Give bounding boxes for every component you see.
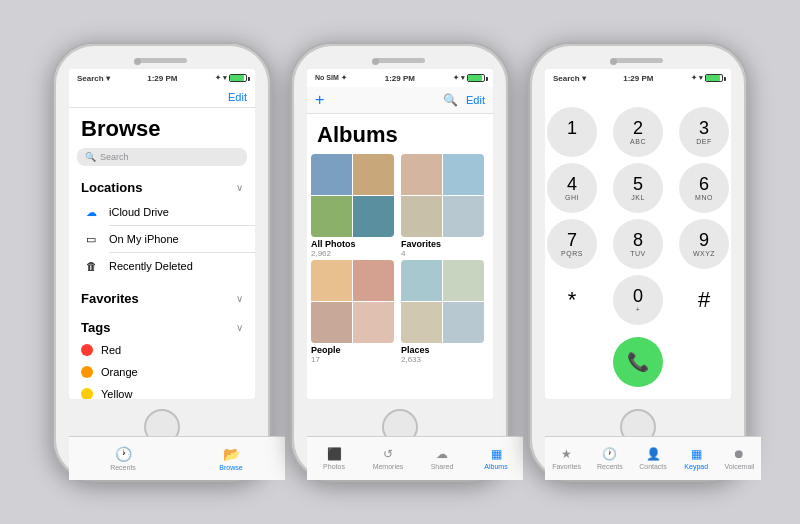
- locations-chevron[interactable]: ∨: [236, 182, 243, 193]
- recently-deleted-item[interactable]: 🗑 Recently Deleted: [69, 253, 255, 279]
- tag-orange[interactable]: Orange: [69, 361, 255, 383]
- camera-dot: [372, 58, 379, 65]
- album-all-photos[interactable]: All Photos 2,962: [311, 154, 399, 258]
- dial-letters-2: ABC: [630, 138, 646, 145]
- status-bar: No SIM ✦ 1:29 PM ✦ ▾: [307, 69, 493, 87]
- dial-row-4: * 0 + #: [547, 275, 729, 325]
- dial-letters-0: +: [636, 306, 641, 313]
- favorites-chevron[interactable]: ∨: [236, 293, 243, 304]
- search-bar[interactable]: 🔍 Search: [77, 148, 247, 166]
- favorites-count: 4: [401, 249, 489, 258]
- add-album-button[interactable]: +: [315, 91, 324, 109]
- albums-title: Albums: [307, 114, 493, 154]
- status-right: ✦ ▾: [215, 74, 247, 82]
- dial-button-9[interactable]: 9 WXYZ: [679, 219, 729, 269]
- dial-num-3: 3: [699, 119, 709, 139]
- phone-dialer: Search ▾ 1:29 PM ✦ ▾ 1: [528, 42, 748, 482]
- all-photos-count: 2,962: [311, 249, 399, 258]
- places-count: 2,633: [401, 355, 489, 364]
- dial-button-2[interactable]: 2 ABC: [613, 107, 663, 157]
- dial-button-6[interactable]: 6 MNO: [679, 163, 729, 213]
- dial-letters-4: GHI: [565, 194, 579, 201]
- dial-num-2: 2: [633, 119, 643, 139]
- dial-row-3: 7 PQRS 8 TUV 9 WXYZ: [547, 219, 729, 269]
- recently-deleted-label: Recently Deleted: [109, 260, 193, 272]
- carrier-text: No SIM ✦: [315, 74, 347, 82]
- page-title: Browse: [69, 108, 255, 148]
- album-people[interactable]: People 17: [311, 260, 399, 364]
- people-count: 17: [311, 355, 399, 364]
- dial-num-4: 4: [567, 175, 577, 195]
- on-my-iphone-item[interactable]: ▭ On My iPhone: [69, 226, 255, 252]
- phone-browse: Search ▾ 1:29 PM ✦ ▾ Edit Browse 🔍 Searc…: [52, 42, 272, 482]
- call-icon: 📞: [627, 351, 649, 373]
- tags-chevron[interactable]: ∨: [236, 322, 243, 333]
- time-display: 1:29 PM: [147, 74, 177, 83]
- favorites-thumb: [401, 154, 484, 237]
- dial-button-hash[interactable]: #: [679, 275, 729, 325]
- album-favorites[interactable]: Favorites 4: [401, 154, 489, 258]
- tag-red[interactable]: Red: [69, 339, 255, 361]
- dial-button-3[interactable]: 3 DEF: [679, 107, 729, 157]
- status-right: ✦ ▾: [691, 74, 723, 82]
- signal-icon: ▾: [699, 74, 703, 82]
- speaker: [137, 58, 187, 63]
- dial-button-5[interactable]: 5 JKL: [613, 163, 663, 213]
- tags-title: Tags: [81, 320, 110, 335]
- dial-letters-5: JKL: [631, 194, 645, 201]
- speaker: [375, 58, 425, 63]
- carrier-text: Search: [77, 74, 104, 83]
- icloud-icon: ☁: [81, 204, 101, 220]
- icloud-drive-label: iCloud Drive: [109, 206, 169, 218]
- orange-dot: [81, 366, 93, 378]
- nav-right: 🔍 Edit: [443, 93, 485, 107]
- time-display: 1:29 PM: [385, 74, 415, 83]
- wifi-icon: ▾: [582, 74, 586, 83]
- dial-num-6: 6: [699, 175, 709, 195]
- trash-icon: 🗑: [81, 258, 101, 274]
- battery-indicator: [705, 74, 723, 82]
- tag-yellow[interactable]: Yellow: [69, 383, 255, 399]
- dial-letters-9: WXYZ: [693, 250, 715, 257]
- edit-button[interactable]: Edit: [228, 91, 247, 103]
- camera-dot: [134, 58, 141, 65]
- places-label: Places: [401, 345, 489, 355]
- people-label: People: [311, 345, 399, 355]
- carrier-text: Search: [553, 74, 580, 83]
- dial-button-8[interactable]: 8 TUV: [613, 219, 663, 269]
- album-places[interactable]: Places 2,633: [401, 260, 489, 364]
- favorites-header: Favorites ∨: [69, 285, 255, 310]
- bluetooth-icon: ✦: [215, 74, 221, 82]
- all-photos-label: All Photos: [311, 239, 399, 249]
- dial-num-star: *: [568, 288, 577, 312]
- favorites-title: Favorites: [81, 291, 139, 306]
- tag-yellow-label: Yellow: [101, 388, 132, 399]
- search-icon: 🔍: [85, 152, 96, 162]
- dial-row-2: 4 GHI 5 JKL 6 MNO: [547, 163, 729, 213]
- dial-button-4[interactable]: 4 GHI: [547, 163, 597, 213]
- dial-button-0[interactable]: 0 +: [613, 275, 663, 325]
- search-button[interactable]: 🔍: [443, 93, 458, 107]
- yellow-dot: [81, 388, 93, 399]
- status-bar: Search ▾ 1:29 PM ✦ ▾: [69, 69, 255, 87]
- icloud-drive-item[interactable]: ☁ iCloud Drive: [69, 199, 255, 225]
- status-left: No SIM ✦: [315, 74, 347, 82]
- edit-button[interactable]: Edit: [466, 94, 485, 106]
- speaker: [613, 58, 663, 63]
- dial-button-star[interactable]: *: [547, 275, 597, 325]
- favorites-label: Favorites: [401, 239, 489, 249]
- red-dot: [81, 344, 93, 356]
- dial-row-1: 1 2 ABC 3 DEF: [547, 107, 729, 157]
- dial-button-7[interactable]: 7 PQRS: [547, 219, 597, 269]
- call-button[interactable]: 📞: [613, 337, 663, 387]
- dial-num-0: 0: [633, 287, 643, 307]
- locations-title: Locations: [81, 180, 142, 195]
- dial-pad: 1 2 ABC 3 DEF 4 GHI: [545, 87, 731, 387]
- status-bar: Search ▾ 1:29 PM ✦ ▾: [545, 69, 731, 87]
- iphone-icon: ▭: [81, 231, 101, 247]
- status-left: Search ▾: [553, 74, 586, 83]
- phone-albums: No SIM ✦ 1:29 PM ✦ ▾ + 🔍 Edit Albums: [290, 42, 510, 482]
- dial-button-1[interactable]: 1: [547, 107, 597, 157]
- dial-num-8: 8: [633, 231, 643, 251]
- dial-num-1: 1: [567, 119, 577, 139]
